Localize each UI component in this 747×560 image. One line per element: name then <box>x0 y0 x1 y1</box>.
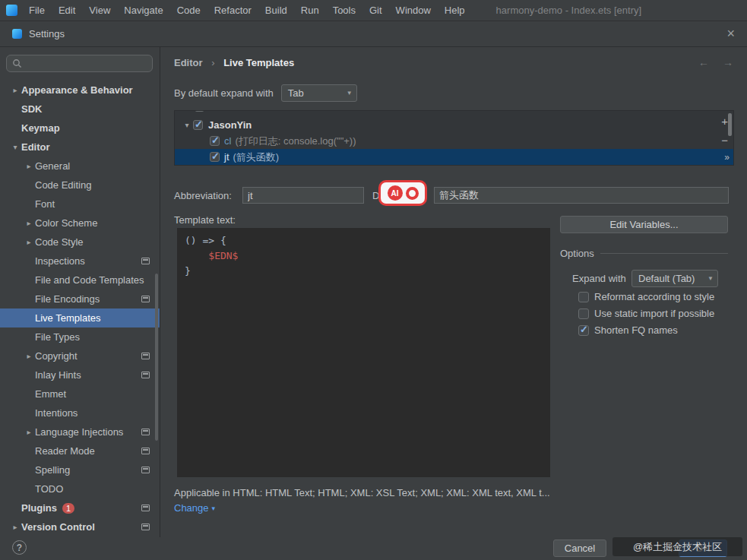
menu-item-refactor[interactable]: Refactor <box>207 0 258 21</box>
sidebar-item-file-types[interactable]: File Types <box>0 327 160 346</box>
sidebar-item-copyright[interactable]: ▸Copyright <box>0 346 160 365</box>
settings-logo-icon <box>12 29 22 39</box>
abbreviation-input[interactable] <box>242 187 364 204</box>
per-project-settings-icon <box>141 258 150 264</box>
sidebar-item-keymap[interactable]: Keymap <box>0 119 160 138</box>
default-expand-select[interactable]: Tab ▼ <box>281 84 357 102</box>
ai-overlay-badge: AI <box>378 180 427 206</box>
per-project-settings-icon <box>141 505 150 511</box>
option-use-static-import-if-possible[interactable]: Use static import if possible <box>578 308 714 319</box>
chevron-right-icon[interactable]: ▸ <box>23 162 35 170</box>
description-input[interactable] <box>434 187 729 204</box>
sidebar-item-color-scheme[interactable]: ▸Color Scheme <box>0 214 160 233</box>
menu-item-help[interactable]: Help <box>438 0 472 21</box>
per-project-settings-icon <box>141 467 150 473</box>
default-expand-label: By default expand with <box>174 87 274 99</box>
sidebar-item-file-and-code-templates[interactable]: File and Code Templates <box>0 271 160 289</box>
sidebar-scrollbar[interactable] <box>155 274 158 441</box>
menu-item-window[interactable]: Window <box>389 0 438 21</box>
option-shorten-fq-names[interactable]: Shorten FQ names <box>578 324 714 336</box>
menu-item-code[interactable]: Code <box>170 0 207 21</box>
sidebar-item-editor[interactable]: ▾Editor <box>0 138 160 157</box>
change-link-label: Change <box>174 502 209 514</box>
live-templates-list: ▾ JasonYin cl(打印日志: console.log(""+))jt(… <box>174 110 734 166</box>
sidebar-item-plugins[interactable]: Plugins1 <box>0 498 160 517</box>
forward-arrow-icon[interactable]: → <box>723 56 733 68</box>
checkbox-checked-icon[interactable] <box>578 325 589 336</box>
sidebar-item-inspections[interactable]: Inspections <box>0 252 160 271</box>
sidebar-item-font[interactable]: Font <box>0 195 160 214</box>
sidebar-item-label: Copyright <box>35 350 78 362</box>
menu-item-view[interactable]: View <box>82 0 117 21</box>
sidebar-item-language-injections[interactable]: ▸Language Injections <box>0 422 160 441</box>
sidebar-item-file-encodings[interactable]: File Encodings <box>0 289 160 308</box>
sidebar-item-emmet[interactable]: Emmet <box>0 384 160 403</box>
checkbox-unchecked-icon[interactable] <box>578 292 589 302</box>
chevron-down-icon: ▼ <box>343 85 356 101</box>
help-button[interactable]: ? <box>12 540 27 555</box>
chevron-right-icon[interactable]: ▸ <box>23 428 35 436</box>
close-icon[interactable]: × <box>726 26 735 42</box>
template-group-row[interactable]: ▾ JasonYin <box>175 117 733 133</box>
more-actions-icon[interactable]: » <box>724 152 730 163</box>
breadcrumb-parent[interactable]: Editor <box>174 57 203 68</box>
option-reformat-according-to-style[interactable]: Reformat according to style <box>578 291 714 302</box>
template-row-jt[interactable]: jt(箭头函数) <box>175 149 733 165</box>
settings-search-box[interactable] <box>6 55 153 72</box>
chevron-right-icon[interactable]: ▸ <box>9 523 21 531</box>
settings-search-input[interactable] <box>26 58 147 69</box>
chevron-down-icon[interactable]: ▾ <box>9 143 21 151</box>
menu-item-edit[interactable]: Edit <box>52 0 82 21</box>
sidebar-item-sdk[interactable]: SDK <box>0 100 160 119</box>
sidebar-item-version-control[interactable]: ▸Version Control <box>0 517 160 536</box>
chevron-down-icon[interactable]: ▾ <box>181 121 193 129</box>
sidebar-item-todo[interactable]: TODO <box>0 479 160 498</box>
sidebar-item-label: Keymap <box>21 122 60 134</box>
settings-content: Editor › Live Templates ← → By default e… <box>161 47 747 537</box>
sidebar-item-code-editing[interactable]: Code Editing <box>0 176 160 195</box>
add-template-icon[interactable]: + <box>721 115 728 128</box>
remove-template-icon[interactable]: − <box>721 134 728 147</box>
dialog-titlebar: Settings × <box>0 21 747 47</box>
sidebar-item-general[interactable]: ▸General <box>0 157 160 176</box>
breadcrumb: Editor › Live Templates <box>174 57 294 68</box>
menu-item-run[interactable]: Run <box>294 0 326 21</box>
template-row-cl[interactable]: cl(打印日志: console.log(""+)) <box>175 133 733 149</box>
chevron-right-icon[interactable]: ▸ <box>23 219 35 227</box>
template-list-scrollbar[interactable] <box>728 113 732 136</box>
menu-item-tools[interactable]: Tools <box>326 0 362 21</box>
sidebar-item-code-style[interactable]: ▸Code Style <box>0 233 160 252</box>
per-project-settings-icon <box>141 524 150 530</box>
sidebar-item-label: TODO <box>35 483 63 495</box>
menu-item-file[interactable]: File <box>22 0 52 21</box>
sidebar-tree: ▸Appearance & BehaviorSDKKeymap▾Editor▸G… <box>0 81 160 537</box>
sidebar-item-live-templates[interactable]: Live Templates <box>0 308 160 327</box>
chevron-right-icon[interactable]: ▸ <box>23 238 35 246</box>
template-text-editor[interactable]: () => { $EDN$} <box>177 228 550 477</box>
chevron-right-icon[interactable]: ▸ <box>23 352 35 360</box>
sidebar-item-spelling[interactable]: Spelling <box>0 460 160 479</box>
sidebar-item-label: Spelling <box>35 464 70 476</box>
template-row-clipped[interactable] <box>175 111 733 117</box>
chevron-right-icon[interactable]: ▸ <box>9 86 21 94</box>
menu-item-build[interactable]: Build <box>258 0 294 21</box>
checkbox-checked-icon[interactable] <box>193 120 203 130</box>
sidebar-item-inlay-hints[interactable]: Inlay Hints <box>0 365 160 384</box>
menu-item-git[interactable]: Git <box>362 0 389 21</box>
expand-with-select[interactable]: Default (Tab) ▼ <box>631 270 718 287</box>
sidebar-item-reader-mode[interactable]: Reader Mode <box>0 441 160 460</box>
sidebar-item-appearance-behavior[interactable]: ▸Appearance & Behavior <box>0 81 160 100</box>
back-arrow-icon[interactable]: ← <box>698 56 709 68</box>
change-link[interactable]: Change ▾ <box>174 502 215 514</box>
checkbox-checked-icon[interactable] <box>210 152 220 162</box>
cancel-button[interactable]: Cancel <box>553 539 606 557</box>
template-description: (箭头函数) <box>233 150 280 164</box>
ai-badge-icon: AI <box>388 185 403 201</box>
checkbox-unchecked-icon[interactable] <box>578 308 589 319</box>
menu-item-navigate[interactable]: Navigate <box>117 0 169 21</box>
sidebar-item-intentions[interactable]: Intentions <box>0 403 160 422</box>
edit-variables-button[interactable]: Edit Variables... <box>560 216 728 233</box>
code-line: () => { <box>185 233 543 248</box>
checkbox-checked-icon[interactable] <box>210 136 220 146</box>
checkbox-checked-icon[interactable] <box>195 111 204 112</box>
